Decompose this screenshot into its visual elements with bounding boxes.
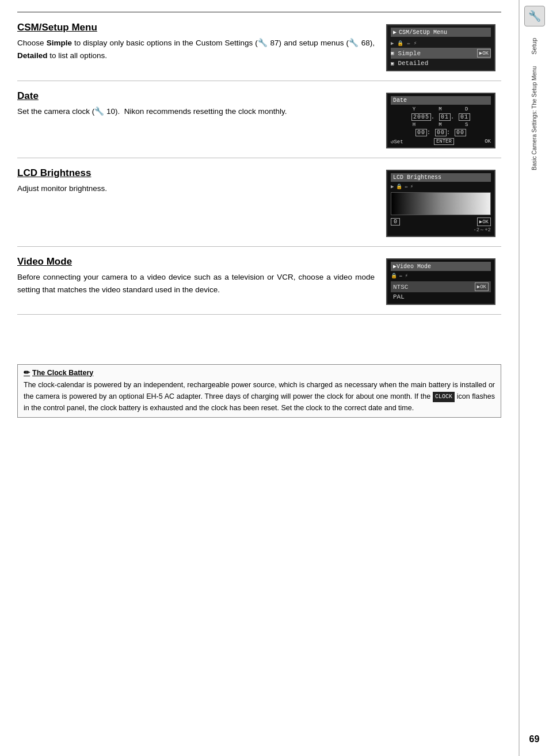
date-min: 00 (435, 129, 447, 136)
lcd-icon2: 🔒 (396, 184, 402, 190)
sidebar: 🔧 Setup Basic Camera Settings: The Setup… (519, 0, 549, 756)
video-menu-title: ▶ Video Mode (391, 262, 491, 271)
lcd-text: LCD Brightness Adjust monitor brightness… (17, 167, 375, 195)
lcd-ok: ▶OK (477, 217, 491, 226)
video-icon3: ⚡ (405, 273, 407, 279)
video-menu-image: ▶ Video Mode 🔒 ✏ ⚡ NTSC ▶OK PAL (386, 256, 501, 305)
lcd-gradient (391, 192, 491, 215)
date-hms-values: 00: 00: 00 (391, 129, 491, 136)
date-set-label: ↺Set (391, 139, 403, 145)
rule-3 (17, 246, 501, 247)
lcd-icon3: ✏ (405, 184, 407, 190)
icon2: 🔒 (397, 40, 403, 47)
video-text: Video Mode Before connecting your camera… (17, 256, 375, 296)
section-date-content: Date Set the camera clock (🔧 10). Nikon … (17, 90, 501, 148)
icon1: ▶ (391, 40, 394, 47)
date-text: Date Set the camera clock (🔧 10). Nikon … (17, 90, 375, 118)
csm-simple-label: Simple (47, 39, 72, 47)
date-sec: 00 (455, 129, 466, 136)
note-title: ✏ The Clock Battery (24, 368, 495, 377)
video-ntsc-label: NTSC (393, 284, 408, 291)
date-menu-image: Date Y M D 2005. 01. 01 H M S 00: 00: 00 (386, 90, 501, 148)
csm-simple-ok: ▶OK (477, 49, 491, 58)
video-ntsc-row[interactable]: NTSC ▶OK (391, 281, 491, 292)
date-month: 01 (439, 113, 451, 121)
sidebar-setup-label: Setup (530, 38, 539, 55)
video-menu-screen: ▶ Video Mode 🔒 ✏ ⚡ NTSC ▶OK PAL (386, 258, 495, 305)
lcd-range: -2～+2 (391, 226, 491, 234)
date-hms-labels: H M S (391, 122, 491, 128)
video-title: Video Mode (17, 256, 375, 268)
csm-detailed-row[interactable]: ▣ Detailed (391, 59, 491, 68)
note-icon: ✏ (24, 368, 30, 377)
video-body: Before connecting your camera to a video… (17, 271, 375, 296)
date-bottom-bar: ↺Set ENTER OK (391, 138, 491, 145)
video-pal-label: PAL (393, 293, 405, 300)
csm-text: CSM/Setup Menu Choose Simple to display … (17, 22, 375, 62)
csm-simple-item: Simple (395, 50, 474, 57)
lcd-icons-row: ▶ 🔒 ✏ ⚡ (391, 184, 491, 190)
note-text-part1: The clock-calendar is powered by an inde… (24, 381, 495, 400)
date-menu-title: Date (391, 96, 491, 105)
rule-2 (17, 158, 501, 158)
date-day: 01 (459, 113, 470, 121)
csm-menu-title: CSM/SetUp Menu (391, 28, 491, 37)
section-video-content: Video Mode Before connecting your camera… (17, 256, 501, 305)
date-ok-label: ENTER (434, 138, 454, 145)
date-body: Set the camera clock (🔧 10). Nikon recom… (17, 105, 375, 118)
icon3: ✏ (407, 40, 410, 47)
csm-icon-row: ▶ 🔒 ✏ ⚡ (391, 39, 491, 48)
video-icon2: ✏ (399, 273, 402, 279)
lcd-icon1: ▶ (391, 184, 394, 190)
top-rule (17, 12, 501, 13)
date-year: 2005 (411, 113, 431, 121)
csm-simple-check: ▣ (391, 50, 394, 56)
spacer (17, 324, 501, 358)
clock-badge: CLOCK (433, 392, 455, 402)
section-label-text: Basic Camera Settings: The Setup Menu (531, 66, 537, 170)
csm-menu-screen: CSM/SetUp Menu ▶ 🔒 ✏ ⚡ ▣ Simple ▶OK ▣ (386, 24, 495, 71)
date-hour: 00 (415, 129, 427, 136)
video-icons-row: 🔒 ✏ ⚡ (391, 273, 491, 279)
lcd-title: LCD Brightness (17, 167, 375, 179)
lcd-menu-image: LCD Brightness ▶ 🔒 ✏ ⚡ 0 ▶OK -2～+2 (386, 167, 501, 237)
date-ok-text: OK (485, 139, 491, 144)
section-date: Date Set the camera clock (🔧 10). Nikon … (17, 90, 501, 148)
sidebar-section-label: Basic Camera Settings: The Setup Menu (531, 66, 539, 170)
date-title: Date (17, 90, 375, 102)
date-ymd-labels: Y M D (391, 106, 491, 112)
note-title-text: The Clock Battery (32, 369, 93, 377)
csm-detailed-label: Detailed (17, 51, 48, 60)
csm-detailed-check: ▣ (391, 60, 394, 67)
lcd-control: 0 ▶OK (391, 217, 491, 226)
lcd-body: Adjust monitor brightness. (17, 182, 375, 195)
note-box: ✏ The Clock Battery The clock-calendar i… (17, 364, 501, 418)
csm-body: Choose Simple to display only basic opti… (17, 37, 375, 62)
video-pal-row[interactable]: PAL (391, 292, 491, 301)
video-menu-title-text: Video Mode (396, 264, 431, 270)
section-lcd-content: LCD Brightness Adjust monitor brightness… (17, 167, 501, 237)
csm-title: CSM/Setup Menu (17, 22, 375, 33)
rule-4 (17, 314, 501, 315)
section-csm-content: CSM/Setup Menu Choose Simple to display … (17, 22, 501, 71)
note-text: The clock-calendar is powered by an inde… (24, 379, 495, 414)
csm-detailed-item: Detailed (395, 60, 491, 67)
lcd-icon4: ⚡ (410, 184, 413, 190)
csm-menu-image: CSM/SetUp Menu ▶ 🔒 ✏ ⚡ ▣ Simple ▶OK ▣ (386, 22, 501, 71)
section-video-mode: Video Mode Before connecting your camera… (17, 256, 501, 305)
lcd-menu-screen: LCD Brightness ▶ 🔒 ✏ ⚡ 0 ▶OK -2～+2 (386, 170, 495, 237)
lcd-menu-title: LCD Brightness (391, 173, 491, 182)
main-content: CSM/Setup Menu Choose Simple to display … (0, 0, 519, 756)
sidebar-setup-icon: 🔧 (524, 6, 545, 26)
lcd-value: 0 (391, 218, 400, 226)
setup-label: Setup (531, 38, 537, 55)
date-menu-screen: Date Y M D 2005. 01. 01 H M S 00: 00: 00 (386, 93, 495, 148)
csm-simple-row[interactable]: ▣ Simple ▶OK (391, 48, 491, 59)
page-number: 69 (529, 734, 540, 744)
section-lcd-brightness: LCD Brightness Adjust monitor brightness… (17, 167, 501, 237)
date-ymd-values: 2005. 01. 01 (391, 113, 491, 121)
video-ntsc-ok: ▶OK (475, 282, 489, 291)
section-csm-setup-menu: CSM/Setup Menu Choose Simple to display … (17, 22, 501, 71)
icon4: ⚡ (414, 40, 417, 47)
rule-1 (17, 81, 501, 81)
